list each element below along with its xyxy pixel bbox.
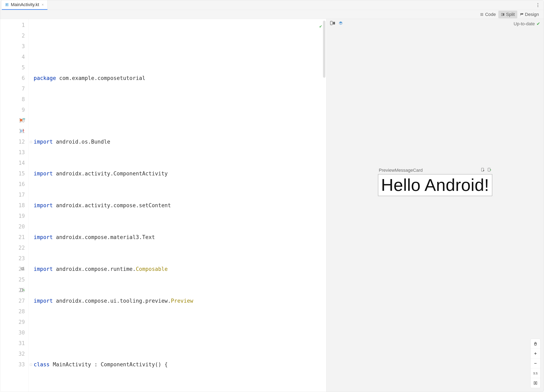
gutter-line: 29 xyxy=(0,317,25,327)
editor-scrollbar[interactable] xyxy=(323,21,325,78)
fold-icon[interactable] xyxy=(30,141,32,143)
gutter-line: 11 xyxy=(0,126,25,137)
inspection-ok-icon[interactable]: ✔ xyxy=(319,21,322,32)
ide-container: MainActivity.kt × ⋮ Code Split Design xyxy=(0,0,544,392)
zoom-reset-button[interactable]: 1:1 xyxy=(531,368,540,378)
gutter-line: 26 xyxy=(0,285,25,296)
gutter-line: 9 xyxy=(0,105,25,115)
gutter-line: 1 xyxy=(0,20,25,30)
preview-settings-gutter-icon[interactable] xyxy=(19,266,25,272)
file-tab[interactable]: MainActivity.kt × xyxy=(2,0,47,10)
editor-gutter[interactable]: 1 2 3 4 5 6 7 8 9 10 11 12 13 14 15 16 xyxy=(0,19,29,392)
view-mode-design[interactable]: Design xyxy=(517,11,541,18)
view-mode-code[interactable]: Code xyxy=(477,11,498,18)
preview-devices-icon[interactable] xyxy=(330,21,335,27)
view-mode-design-label: Design xyxy=(525,12,539,17)
run-preview-gutter-icon[interactable] xyxy=(19,287,25,293)
gutter-line: 25 xyxy=(0,274,25,285)
gutter-line: 5 xyxy=(0,62,25,73)
code-editor[interactable]: ✔ package com.example.composetutorial im… xyxy=(29,19,326,392)
view-mode-bar: Code Split Design xyxy=(0,10,544,19)
tab-filename: MainActivity.kt xyxy=(11,2,39,7)
svg-rect-18 xyxy=(535,382,536,384)
tab-bar-more-icon[interactable]: ⋮ xyxy=(536,2,542,8)
gutter-line: 19 xyxy=(0,211,25,221)
gutter-line: 33 xyxy=(0,359,25,370)
preview-interactive-icon[interactable] xyxy=(481,168,485,173)
gutter-line: 4 xyxy=(0,52,25,62)
view-mode-code-label: Code xyxy=(485,12,496,17)
gutter-line: 20 xyxy=(0,221,25,232)
gutter-line: 2 xyxy=(0,30,25,41)
code-line: override fun onCreate(savedInstanceState… xyxy=(34,391,326,392)
gutter-line: 10 xyxy=(0,115,25,126)
gutter-line: 14 xyxy=(0,158,25,168)
gutter-line: 31 xyxy=(0,338,25,349)
svg-point-4 xyxy=(521,14,521,14)
zoom-controls: + − 1:1 xyxy=(530,339,541,388)
split-view-icon xyxy=(501,12,505,17)
code-line: import androidx.activity.compose.setCont… xyxy=(34,200,326,211)
gutter-line: 21 xyxy=(0,232,25,243)
gutter-line: 13 xyxy=(0,147,25,158)
gutter-line: 16 xyxy=(0,179,25,190)
main-area: 1 2 3 4 5 6 7 8 9 10 11 12 13 14 15 16 xyxy=(0,19,544,392)
gutter-line: 15 xyxy=(0,168,25,179)
preview-canvas[interactable]: PreviewMessageCard Hello Android! xyxy=(326,29,544,392)
code-line: import androidx.compose.material3.Text xyxy=(34,232,326,243)
code-line: import android.os.Bundle xyxy=(34,137,326,147)
preview-deploy-icon[interactable] xyxy=(487,168,491,173)
zoom-in-button[interactable]: + xyxy=(531,349,540,359)
gutter-line: 17 xyxy=(0,190,25,200)
preview-toolbar: Up-to-date ✔ xyxy=(326,19,544,29)
preview-panel: Up-to-date ✔ PreviewMessageCard xyxy=(326,19,544,392)
code-line: package com.example.composetutorial xyxy=(34,73,326,83)
gutter-line: 23 xyxy=(0,253,25,264)
zoom-out-button[interactable]: − xyxy=(531,359,540,368)
preview-layers-icon[interactable] xyxy=(338,21,343,27)
code-line: import androidx.compose.ui.tooling.previ… xyxy=(34,296,326,306)
override-gutter-icon[interactable] xyxy=(19,128,25,134)
svg-rect-5 xyxy=(20,119,22,121)
preview-widget: PreviewMessageCard Hello Android! xyxy=(378,168,492,196)
svg-rect-11 xyxy=(21,288,23,292)
svg-rect-0 xyxy=(5,3,9,6)
svg-rect-1 xyxy=(501,13,503,16)
kotlin-file-icon xyxy=(5,2,9,7)
gutter-line: 28 xyxy=(0,306,25,317)
gutter-line: 32 xyxy=(0,349,25,359)
class-gutter-icon[interactable] xyxy=(19,117,25,123)
code-line: class MainActivity : ComponentActivity()… xyxy=(34,359,326,370)
tab-bar: MainActivity.kt × ⋮ xyxy=(0,0,544,10)
gutter-line: 27 xyxy=(0,296,25,306)
code-line xyxy=(34,327,326,338)
gutter-line: 3 xyxy=(0,41,25,52)
preview-status-text: Up-to-date xyxy=(514,21,535,27)
code-line: import androidx.activity.ComponentActivi… xyxy=(34,168,326,179)
view-mode-split[interactable]: Split xyxy=(498,11,517,18)
svg-rect-16 xyxy=(488,168,490,171)
fold-icon[interactable] xyxy=(30,364,32,366)
gutter-line: 7 xyxy=(0,83,25,94)
code-view-icon xyxy=(480,12,484,17)
view-mode-split-label: Split xyxy=(506,12,515,17)
code-line xyxy=(34,105,326,115)
gutter-line: 8 xyxy=(0,94,25,105)
zoom-fit-button[interactable] xyxy=(531,378,540,388)
svg-point-10 xyxy=(22,268,23,269)
preview-rendered-text: Hello Android! xyxy=(378,174,492,196)
preview-composable-name: PreviewMessageCard xyxy=(379,168,423,173)
tabs: MainActivity.kt × xyxy=(2,0,47,10)
design-view-icon xyxy=(520,12,524,17)
close-tab-icon[interactable]: × xyxy=(41,3,45,7)
editor-column: 1 2 3 4 5 6 7 8 9 10 11 12 13 14 15 16 xyxy=(0,19,326,392)
svg-rect-13 xyxy=(333,22,335,24)
svg-rect-12 xyxy=(330,21,332,25)
gutter-line: 24 xyxy=(0,264,25,274)
pan-button[interactable] xyxy=(531,339,540,349)
svg-rect-2 xyxy=(503,13,504,16)
gutter-line: 18 xyxy=(0,200,25,211)
svg-point-8 xyxy=(21,131,22,131)
preview-status-ok-icon: ✔ xyxy=(537,21,540,27)
svg-point-15 xyxy=(483,170,484,171)
